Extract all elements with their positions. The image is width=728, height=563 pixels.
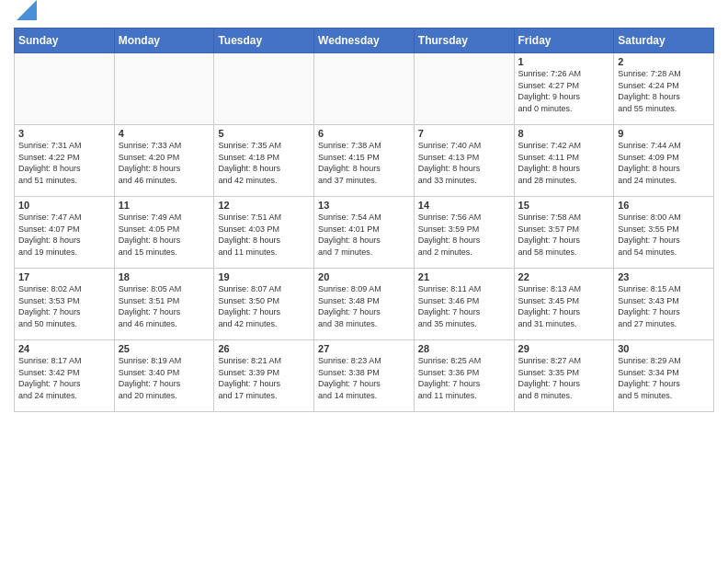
day-number: 2 [618,56,710,67]
day-info: Sunrise: 7:58 AM Sunset: 3:57 PM Dayligh… [518,212,610,258]
day-number: 23 [618,271,710,282]
calendar-cell: 18Sunrise: 8:05 AM Sunset: 3:51 PM Dayli… [114,269,214,340]
day-info: Sunrise: 8:19 AM Sunset: 3:40 PM Dayligh… [119,355,210,401]
calendar-cell: 20Sunrise: 8:09 AM Sunset: 3:48 PM Dayli… [314,269,415,340]
calendar-week-1: 3Sunrise: 7:31 AM Sunset: 4:22 PM Daylig… [15,125,714,197]
calendar-cell: 2Sunrise: 7:28 AM Sunset: 4:24 PM Daylig… [614,53,714,125]
day-number: 29 [518,343,610,354]
calendar-cell: 15Sunrise: 7:58 AM Sunset: 3:57 PM Dayli… [514,197,614,269]
day-info: Sunrise: 7:51 AM Sunset: 4:03 PM Dayligh… [218,212,310,258]
day-number: 6 [318,128,410,139]
logo-icon [17,0,37,20]
calendar-cell: 27Sunrise: 8:23 AM Sunset: 3:38 PM Dayli… [314,340,415,412]
logo [14,9,37,20]
calendar-cell [314,53,415,125]
day-info: Sunrise: 8:02 AM Sunset: 3:53 PM Dayligh… [18,283,110,329]
calendar-cell: 13Sunrise: 7:54 AM Sunset: 4:01 PM Dayli… [314,197,415,269]
day-info: Sunrise: 7:33 AM Sunset: 4:20 PM Dayligh… [119,140,210,186]
day-info: Sunrise: 8:29 AM Sunset: 3:34 PM Dayligh… [618,355,710,401]
day-info: Sunrise: 8:17 AM Sunset: 3:42 PM Dayligh… [18,355,110,401]
day-info: Sunrise: 8:09 AM Sunset: 3:48 PM Dayligh… [318,283,410,329]
day-info: Sunrise: 7:54 AM Sunset: 4:01 PM Dayligh… [318,212,410,258]
day-number: 28 [418,343,510,354]
day-number: 22 [518,271,610,282]
day-number: 9 [618,128,710,139]
day-number: 18 [119,271,210,282]
calendar-cell [414,53,514,125]
day-number: 26 [218,343,310,354]
day-info: Sunrise: 8:11 AM Sunset: 3:46 PM Dayligh… [418,283,510,329]
calendar-cell: 19Sunrise: 8:07 AM Sunset: 3:50 PM Dayli… [214,269,314,340]
calendar-cell: 6Sunrise: 7:38 AM Sunset: 4:15 PM Daylig… [314,125,415,197]
day-info: Sunrise: 7:26 AM Sunset: 4:27 PM Dayligh… [518,68,610,114]
calendar-week-0: 1Sunrise: 7:26 AM Sunset: 4:27 PM Daylig… [15,53,714,125]
day-info: Sunrise: 7:31 AM Sunset: 4:22 PM Dayligh… [18,140,110,186]
calendar-cell: 14Sunrise: 7:56 AM Sunset: 3:59 PM Dayli… [414,197,514,269]
day-number: 11 [119,200,210,211]
calendar-cell: 26Sunrise: 8:21 AM Sunset: 3:39 PM Dayli… [214,340,314,412]
day-number: 14 [418,200,510,211]
day-number: 4 [119,128,210,139]
calendar-cell: 24Sunrise: 8:17 AM Sunset: 3:42 PM Dayli… [15,340,115,412]
calendar-header-monday: Monday [114,29,214,53]
day-info: Sunrise: 7:49 AM Sunset: 4:05 PM Dayligh… [119,212,210,258]
day-info: Sunrise: 8:23 AM Sunset: 3:38 PM Dayligh… [318,355,410,401]
calendar-cell: 17Sunrise: 8:02 AM Sunset: 3:53 PM Dayli… [15,269,115,340]
calendar-header-row: SundayMondayTuesdayWednesdayThursdayFrid… [15,29,714,53]
day-info: Sunrise: 7:56 AM Sunset: 3:59 PM Dayligh… [418,212,510,258]
calendar-cell: 1Sunrise: 7:26 AM Sunset: 4:27 PM Daylig… [514,53,614,125]
day-info: Sunrise: 7:40 AM Sunset: 4:13 PM Dayligh… [418,140,510,186]
calendar-cell [114,53,214,125]
day-info: Sunrise: 7:38 AM Sunset: 4:15 PM Dayligh… [318,140,410,186]
calendar-week-3: 17Sunrise: 8:02 AM Sunset: 3:53 PM Dayli… [15,269,714,340]
day-info: Sunrise: 8:07 AM Sunset: 3:50 PM Dayligh… [218,283,310,329]
calendar-week-4: 24Sunrise: 8:17 AM Sunset: 3:42 PM Dayli… [15,340,714,412]
calendar-week-2: 10Sunrise: 7:47 AM Sunset: 4:07 PM Dayli… [15,197,714,269]
calendar-cell [15,53,115,125]
calendar-cell: 25Sunrise: 8:19 AM Sunset: 3:40 PM Dayli… [114,340,214,412]
day-number: 25 [119,343,210,354]
page-container: SundayMondayTuesdayWednesdayThursdayFrid… [0,0,728,563]
day-number: 8 [518,128,610,139]
calendar-cell: 29Sunrise: 8:27 AM Sunset: 3:35 PM Dayli… [514,340,614,412]
day-number: 19 [218,271,310,282]
day-number: 21 [418,271,510,282]
day-info: Sunrise: 8:27 AM Sunset: 3:35 PM Dayligh… [518,355,610,401]
calendar-cell: 23Sunrise: 8:15 AM Sunset: 3:43 PM Dayli… [614,269,714,340]
calendar-cell: 5Sunrise: 7:35 AM Sunset: 4:18 PM Daylig… [214,125,314,197]
calendar-header-friday: Friday [514,29,614,53]
day-number: 17 [18,271,110,282]
calendar-cell: 7Sunrise: 7:40 AM Sunset: 4:13 PM Daylig… [414,125,514,197]
calendar-cell: 11Sunrise: 7:49 AM Sunset: 4:05 PM Dayli… [114,197,214,269]
calendar-cell: 30Sunrise: 8:29 AM Sunset: 3:34 PM Dayli… [614,340,714,412]
calendar-cell: 21Sunrise: 8:11 AM Sunset: 3:46 PM Dayli… [414,269,514,340]
calendar-cell: 16Sunrise: 8:00 AM Sunset: 3:55 PM Dayli… [614,197,714,269]
day-number: 3 [18,128,110,139]
day-info: Sunrise: 7:47 AM Sunset: 4:07 PM Dayligh… [18,212,110,258]
day-info: Sunrise: 7:42 AM Sunset: 4:11 PM Dayligh… [518,140,610,186]
calendar-header-thursday: Thursday [414,29,514,53]
calendar-cell: 22Sunrise: 8:13 AM Sunset: 3:45 PM Dayli… [514,269,614,340]
day-info: Sunrise: 8:21 AM Sunset: 3:39 PM Dayligh… [218,355,310,401]
day-info: Sunrise: 8:25 AM Sunset: 3:36 PM Dayligh… [418,355,510,401]
day-number: 5 [218,128,310,139]
day-number: 15 [518,200,610,211]
day-info: Sunrise: 8:15 AM Sunset: 3:43 PM Dayligh… [618,283,710,329]
calendar-cell: 10Sunrise: 7:47 AM Sunset: 4:07 PM Dayli… [15,197,115,269]
day-number: 10 [18,200,110,211]
day-info: Sunrise: 7:35 AM Sunset: 4:18 PM Dayligh… [218,140,310,186]
header [14,9,714,20]
svg-marker-0 [17,0,37,20]
calendar-cell [214,53,314,125]
day-number: 20 [318,271,410,282]
day-info: Sunrise: 7:28 AM Sunset: 4:24 PM Dayligh… [618,68,710,114]
day-number: 16 [618,200,710,211]
day-number: 30 [618,343,710,354]
day-info: Sunrise: 7:44 AM Sunset: 4:09 PM Dayligh… [618,140,710,186]
calendar-cell: 8Sunrise: 7:42 AM Sunset: 4:11 PM Daylig… [514,125,614,197]
calendar-cell: 28Sunrise: 8:25 AM Sunset: 3:36 PM Dayli… [414,340,514,412]
day-number: 1 [518,56,610,67]
calendar-cell: 4Sunrise: 7:33 AM Sunset: 4:20 PM Daylig… [114,125,214,197]
day-number: 24 [18,343,110,354]
day-number: 7 [418,128,510,139]
